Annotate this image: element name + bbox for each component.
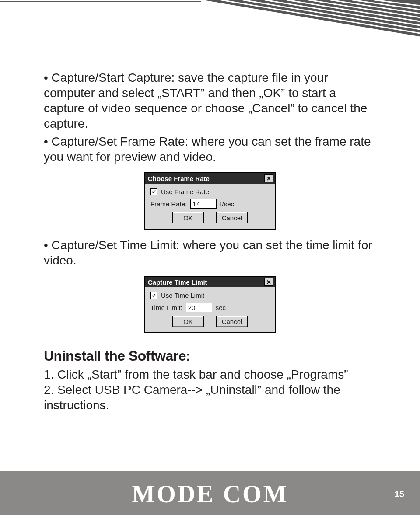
checkbox-label: Use Frame Rate xyxy=(161,188,209,195)
svg-line-5 xyxy=(287,0,420,21)
checkbox-label: Use Time Limit xyxy=(161,292,204,299)
svg-marker-0 xyxy=(199,0,420,37)
svg-line-1 xyxy=(199,0,420,37)
bullet-set-frame-rate: • Capture/Set Frame Rate: where you can … xyxy=(44,134,376,164)
frame-rate-unit: f/sec xyxy=(220,200,234,208)
svg-line-3 xyxy=(243,0,420,29)
uninstall-step-2: 2. Select USB PC Camera--> „Uninstall” a… xyxy=(44,382,376,413)
svg-line-4 xyxy=(265,0,420,25)
svg-line-9 xyxy=(374,0,420,6)
dialog-capture-time-limit: Capture Time Limit ✕ ✔ Use Time Limit Ti… xyxy=(144,276,276,333)
cancel-button[interactable]: Cancel xyxy=(216,316,248,327)
dialog-title-text: Capture Time Limit xyxy=(148,278,207,286)
dialog-body: ✔ Use Time Limit Time Limit: 20 sec OK C… xyxy=(145,287,275,332)
time-limit-unit: sec xyxy=(216,304,226,311)
page-footer: MODE COM 15 xyxy=(0,473,420,515)
ok-button[interactable]: OK xyxy=(172,212,204,223)
footer-brand: MODE COM xyxy=(132,480,288,508)
svg-line-2 xyxy=(221,0,420,33)
dialog-title-text: Choose Frame Rate xyxy=(148,175,210,182)
svg-line-7 xyxy=(330,0,420,14)
time-limit-label: Time Limit: xyxy=(150,304,182,311)
bullet-capture-start: • Capture/Start Capture: save the captur… xyxy=(44,70,376,131)
time-limit-input[interactable]: 20 xyxy=(186,303,212,312)
dialog-choose-frame-rate: Choose Frame Rate ✕ ✔ Use Frame Rate Fra… xyxy=(144,172,276,230)
uninstall-heading: Uninstall the Software: xyxy=(44,348,376,364)
frame-rate-label: Frame Rate: xyxy=(150,200,187,208)
uninstall-step-1: 1. Click „Start” from the task bar and c… xyxy=(44,367,376,382)
checkbox-use-time-limit[interactable]: ✔ xyxy=(150,292,158,299)
close-icon[interactable]: ✕ xyxy=(264,174,273,182)
bullet-set-time-limit: • Capture/Set Time Limit: where you can … xyxy=(44,237,376,268)
dialog-body: ✔ Use Frame Rate Frame Rate: 14 f/sec OK… xyxy=(145,184,275,229)
svg-line-8 xyxy=(352,0,420,10)
frame-rate-input[interactable]: 14 xyxy=(190,199,217,209)
dialog-titlebar: Capture Time Limit ✕ xyxy=(145,277,275,287)
page-content: • Capture/Start Capture: save the captur… xyxy=(44,70,376,413)
page-top-decoration xyxy=(0,0,420,57)
svg-line-6 xyxy=(308,0,420,17)
dialog-titlebar: Choose Frame Rate ✕ xyxy=(145,173,275,184)
checkbox-use-frame-rate[interactable]: ✔ xyxy=(150,188,158,195)
cancel-button[interactable]: Cancel xyxy=(216,212,248,223)
close-icon[interactable]: ✕ xyxy=(264,278,273,286)
page-number: 15 xyxy=(395,489,404,499)
ok-button[interactable]: OK xyxy=(172,316,204,327)
